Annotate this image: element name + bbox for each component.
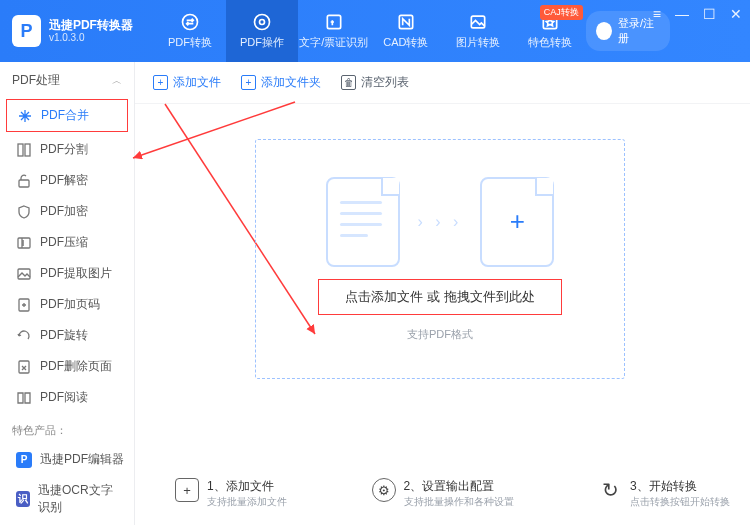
- sidebar-item-merge[interactable]: PDF合并: [6, 99, 128, 132]
- rotate-icon: [16, 328, 32, 344]
- sidebar-item-split[interactable]: PDF分割: [0, 134, 134, 165]
- main-tabs: PDF转换 PDF操作 文字/票证识别 CAD转换 图片转换 CAJ转换 特色转…: [154, 0, 586, 62]
- dropzone-sub-text: 支持PDF格式: [407, 327, 473, 342]
- sidebar-group-header[interactable]: PDF处理 ︿: [0, 62, 134, 97]
- sidebar-item-encrypt[interactable]: PDF加密: [0, 196, 134, 227]
- sidebar: PDF处理 ︿ PDF合并 PDF分割 PDF解密 PDF加密 PDF压缩 PD…: [0, 62, 135, 525]
- tab-image[interactable]: 图片转换: [442, 0, 514, 62]
- svg-rect-11: [18, 269, 30, 279]
- pdf-editor-icon: P: [16, 452, 32, 468]
- sidebar-item-compress[interactable]: PDF压缩: [0, 227, 134, 258]
- file-ops-icon: [252, 12, 272, 32]
- step-3: ↻ 3、开始转换 点击转换按钮开始转换: [598, 478, 730, 509]
- tab-pdf-operate[interactable]: PDF操作: [226, 0, 298, 62]
- merge-icon: [17, 108, 33, 124]
- tab-special[interactable]: CAJ转换 特色转换: [514, 0, 586, 62]
- step-convert-icon: ↻: [598, 478, 622, 502]
- tab-cad[interactable]: CAD转换: [370, 0, 442, 62]
- app-logo: P: [12, 15, 41, 47]
- featured-pdf-editor[interactable]: P 迅捷PDF编辑器: [0, 444, 134, 475]
- unlock-icon: [16, 173, 32, 189]
- step-config-icon: ⚙: [372, 478, 396, 502]
- svg-rect-13: [19, 361, 29, 373]
- chevron-up-icon: ︿: [112, 74, 122, 88]
- svg-rect-7: [18, 144, 23, 156]
- image-extract-icon: [16, 266, 32, 282]
- app-title: 迅捷PDF转换器: [49, 19, 144, 32]
- ocr-app-icon: 识: [16, 491, 30, 507]
- tab-ocr[interactable]: 文字/票证识别: [298, 0, 370, 62]
- svg-point-0: [182, 15, 197, 30]
- svg-point-2: [259, 20, 264, 25]
- sidebar-item-page-number[interactable]: PDF加页码: [0, 289, 134, 320]
- minimize-icon[interactable]: —: [675, 6, 689, 22]
- settings-icon[interactable]: ≡: [653, 6, 661, 22]
- close-icon[interactable]: ✕: [730, 6, 742, 22]
- featured-ocr[interactable]: 识 迅捷OCR文字识别: [0, 475, 134, 523]
- ocr-icon: [324, 12, 344, 32]
- step-add-icon: +: [175, 478, 199, 502]
- dots-icon: › › ›: [418, 213, 463, 231]
- delete-page-icon: [16, 359, 32, 375]
- trash-icon: 🗑: [341, 75, 356, 90]
- clear-list-button[interactable]: 🗑 清空列表: [341, 74, 409, 91]
- sidebar-item-read[interactable]: PDF阅读: [0, 382, 134, 413]
- avatar-icon: [596, 22, 612, 40]
- add-file-button[interactable]: + 添加文件: [153, 74, 221, 91]
- cad-icon: [396, 12, 416, 32]
- image-icon: [468, 12, 488, 32]
- shield-icon: [16, 204, 32, 220]
- app-title-block: 迅捷PDF转换器 v1.0.3.0: [49, 19, 144, 43]
- steps-row: + 1、添加文件 支持批量添加文件 ⚙ 2、设置输出配置 支持批量操作和各种设置…: [175, 478, 730, 509]
- add-folder-button[interactable]: + 添加文件夹: [241, 74, 321, 91]
- sidebar-item-extract-img[interactable]: PDF提取图片: [0, 258, 134, 289]
- sidebar-item-delete-page[interactable]: PDF删除页面: [0, 351, 134, 382]
- plus-icon: +: [153, 75, 168, 90]
- dropzone-main-text: 点击添加文件 或 拖拽文件到此处: [318, 279, 561, 315]
- dropzone[interactable]: › › › + 点击添加文件 或 拖拽文件到此处 支持PDF格式: [255, 139, 625, 379]
- read-icon: [16, 390, 32, 406]
- sidebar-item-decrypt[interactable]: PDF解密: [0, 165, 134, 196]
- file-plus-icon: +: [480, 177, 554, 267]
- app-version: v1.0.3.0: [49, 32, 144, 43]
- dropzone-graphic: › › › +: [326, 177, 555, 267]
- featured-title: 特色产品：: [0, 413, 134, 444]
- caj-badge: CAJ转换: [540, 5, 583, 20]
- toolbar: + 添加文件 + 添加文件夹 🗑 清空列表: [135, 62, 750, 104]
- compress-icon: [16, 235, 32, 251]
- split-icon: [16, 142, 32, 158]
- step-1: + 1、添加文件 支持批量添加文件: [175, 478, 287, 509]
- main-panel: + 添加文件 + 添加文件夹 🗑 清空列表 ›: [135, 62, 750, 525]
- folder-plus-icon: +: [241, 75, 256, 90]
- svg-rect-8: [25, 144, 30, 156]
- sidebar-item-rotate[interactable]: PDF旋转: [0, 320, 134, 351]
- file-lines-icon: [326, 177, 400, 267]
- svg-rect-9: [19, 180, 29, 187]
- tab-pdf-convert[interactable]: PDF转换: [154, 0, 226, 62]
- svg-point-1: [254, 15, 269, 30]
- page-number-icon: [16, 297, 32, 313]
- maximize-icon[interactable]: ☐: [703, 6, 716, 22]
- step-2: ⚙ 2、设置输出配置 支持批量操作和各种设置: [372, 478, 514, 509]
- swap-icon: [180, 12, 200, 32]
